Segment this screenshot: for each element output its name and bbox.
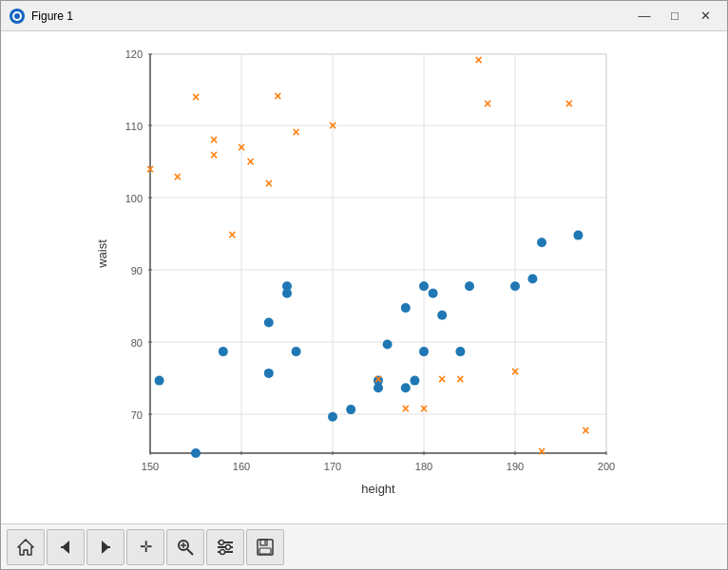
- blue-dot: [537, 238, 546, 247]
- forward-button[interactable]: [86, 529, 125, 565]
- orange-cross: ×: [565, 96, 573, 111]
- titlebar: Figure 1 — □ ✕: [1, 1, 727, 31]
- save-icon: [256, 538, 275, 557]
- svg-text:200: 200: [598, 461, 615, 472]
- home-button[interactable]: [7, 529, 45, 565]
- svg-text:170: 170: [324, 461, 341, 472]
- svg-text:120: 120: [125, 48, 143, 60]
- blue-dot: [191, 448, 201, 458]
- back-button[interactable]: [47, 529, 85, 565]
- app-icon: [9, 8, 26, 25]
- orange-cross: ×: [210, 147, 218, 162]
- svg-text:180: 180: [415, 461, 432, 472]
- svg-text:110: 110: [125, 121, 143, 132]
- y-axis-label: waist: [95, 239, 109, 269]
- window-controls: — □ ✕: [630, 7, 719, 26]
- orange-cross: ×: [484, 96, 491, 111]
- settings-button[interactable]: [206, 529, 244, 565]
- svg-text:80: 80: [131, 337, 143, 349]
- svg-text:150: 150: [142, 461, 159, 472]
- blue-dot: [264, 369, 274, 378]
- blue-dot: [264, 318, 274, 328]
- blue-dot: [383, 340, 393, 350]
- svg-marker-40: [18, 540, 33, 555]
- svg-text:70: 70: [131, 409, 143, 421]
- x-axis-label: height: [361, 482, 395, 496]
- orange-cross: ×: [238, 140, 245, 155]
- svg-text:✛: ✛: [140, 539, 152, 555]
- svg-rect-42: [61, 546, 64, 548]
- blue-dot: [346, 405, 355, 414]
- orange-cross: ×: [402, 401, 410, 416]
- orange-cross: ×: [293, 124, 300, 140]
- main-window: Figure 1 — □ ✕: [0, 0, 728, 570]
- blue-dot: [282, 289, 292, 298]
- chart-area: 70 80 90 100 110 120 150 160 170 180 19: [1, 31, 727, 523]
- toolbar: ✛: [1, 523, 727, 569]
- blue-dot: [465, 281, 474, 291]
- svg-rect-3: [150, 54, 606, 453]
- blue-dot: [510, 281, 520, 291]
- orange-cross: ×: [475, 52, 483, 67]
- svg-point-55: [220, 549, 225, 554]
- save-button[interactable]: [246, 529, 284, 565]
- orange-cross: ×: [192, 89, 200, 104]
- settings-icon: [216, 538, 235, 557]
- orange-cross: ×: [210, 132, 218, 147]
- orange-cross: ×: [146, 162, 154, 177]
- svg-point-53: [220, 540, 224, 544]
- orange-cross: ×: [438, 371, 446, 387]
- orange-cross: ×: [247, 154, 255, 169]
- svg-text:160: 160: [233, 461, 250, 472]
- back-icon: [56, 538, 75, 557]
- svg-line-47: [187, 549, 193, 555]
- svg-rect-44: [107, 546, 110, 548]
- svg-point-2: [14, 13, 20, 19]
- orange-cross: ×: [374, 371, 382, 387]
- orange-cross: ×: [456, 371, 464, 387]
- svg-rect-57: [260, 540, 267, 545]
- zoom-button[interactable]: [166, 529, 204, 565]
- orange-cross: ×: [420, 401, 428, 416]
- blue-dot: [410, 376, 419, 386]
- svg-point-54: [226, 544, 231, 549]
- blue-dot: [401, 303, 411, 313]
- svg-text:190: 190: [507, 461, 524, 472]
- close-button[interactable]: ✕: [691, 7, 719, 26]
- blue-dot: [527, 275, 537, 284]
- zoom-icon: [176, 538, 195, 557]
- orange-cross: ×: [174, 169, 182, 184]
- orange-cross: ×: [582, 423, 589, 438]
- blue-dot: [419, 347, 429, 356]
- pan-icon: ✛: [136, 538, 155, 557]
- orange-cross: ×: [511, 364, 519, 379]
- orange-cross: ×: [228, 227, 236, 242]
- svg-rect-58: [259, 548, 271, 554]
- blue-dot: [573, 231, 583, 240]
- blue-dot: [292, 347, 301, 356]
- orange-cross: ×: [538, 444, 546, 459]
- orange-cross: ×: [329, 118, 336, 133]
- blue-dot: [401, 383, 411, 392]
- blue-dot: [328, 412, 337, 422]
- blue-dot: [429, 289, 438, 298]
- orange-cross: ×: [265, 176, 273, 191]
- pan-button[interactable]: ✛: [126, 529, 164, 565]
- blue-dot: [219, 347, 228, 356]
- forward-icon: [96, 538, 115, 557]
- window-title: Figure 1: [31, 10, 630, 23]
- svg-text:90: 90: [131, 265, 143, 276]
- maximize-button[interactable]: □: [661, 7, 689, 26]
- svg-text:100: 100: [125, 193, 143, 204]
- blue-dot: [419, 281, 429, 291]
- home-icon: [16, 538, 35, 557]
- blue-dot: [437, 311, 447, 320]
- minimize-button[interactable]: —: [630, 7, 659, 26]
- blue-dot: [155, 376, 164, 386]
- blue-dot: [455, 347, 465, 356]
- scatter-plot: 70 80 90 100 110 120 150 160 170 180 19: [93, 45, 635, 510]
- orange-cross: ×: [274, 88, 281, 104]
